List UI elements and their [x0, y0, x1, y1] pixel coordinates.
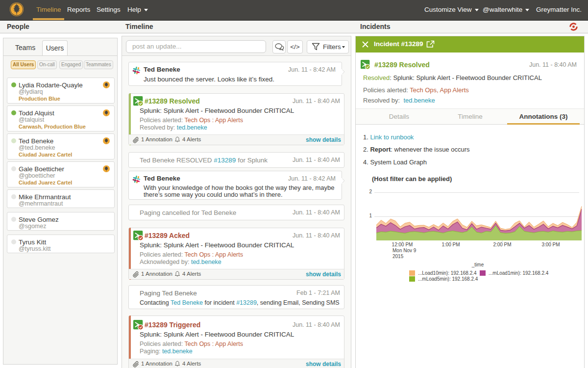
svg-text:2:00 PM: 2:00 PM [493, 242, 511, 247]
svg-text:...mLoad1min): 192.168.2.4: ...mLoad1min): 192.168.2.4 [489, 270, 549, 276]
svg-text:3:00 PM: 3:00 PM [541, 242, 560, 247]
svg-text:1: 1 [369, 213, 372, 218]
svg-text:2: 2 [369, 189, 372, 194]
svg-text:_time: _time [471, 262, 484, 267]
svg-text:1:00 PM: 1:00 PM [441, 242, 460, 247]
svg-text:...mLoad5min): 192.168.2.4: ...mLoad5min): 192.168.2.4 [418, 276, 478, 282]
svg-text:Mon Nov 9: Mon Nov 9 [392, 248, 416, 253]
svg-text:12:00 PM: 12:00 PM [392, 242, 413, 247]
svg-text:...Load10min): 192.168.2.4: ...Load10min): 192.168.2.4 [418, 270, 477, 276]
svg-text:2015: 2015 [392, 254, 404, 259]
